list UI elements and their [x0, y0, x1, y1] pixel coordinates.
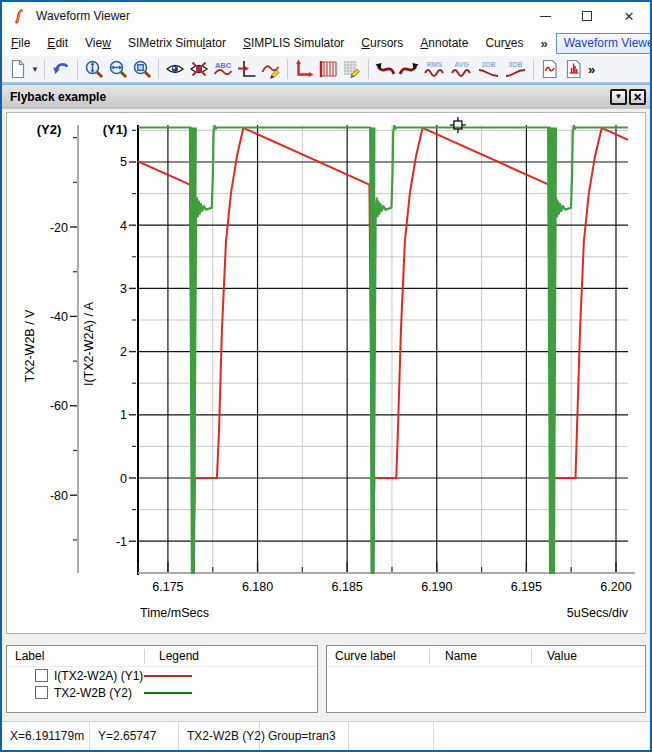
undo-icon: [51, 59, 71, 79]
status-group: Group=tran3: [260, 722, 349, 750]
app-window: Waveform Viewer ✕ File Edit View SIMetri…: [0, 0, 652, 752]
new-document-button[interactable]: [6, 57, 30, 81]
avg-sine-icon: [451, 68, 473, 78]
svg-text:(Y2): (Y2): [37, 122, 62, 137]
curve-label[interactable]: I(TX2-W2A) (Y1): [54, 669, 143, 683]
3db-down-label: 3DB: [481, 61, 495, 68]
legend-col-legend: Legend: [151, 649, 199, 663]
menu-annotate[interactable]: Annotate: [420, 36, 468, 50]
add-grid-icon: [318, 59, 338, 79]
eye-icon: [165, 59, 185, 79]
move-curve-axis-button[interactable]: [235, 57, 259, 81]
svg-text:3: 3: [120, 282, 127, 296]
svg-text:6.175: 6.175: [152, 580, 183, 594]
new-waveform-window-button[interactable]: [538, 57, 562, 81]
column-divider[interactable]: [144, 649, 145, 664]
svg-text:-80: -80: [50, 489, 68, 503]
previous-curve-button[interactable]: [373, 57, 397, 81]
fft-window-button[interactable]: [562, 57, 586, 81]
curve-values-panel: Curve label Name Value: [326, 645, 646, 713]
zoom-y-icon: [84, 59, 104, 79]
toolbar-overflow-chevron[interactable]: »: [588, 62, 595, 77]
tab-close-button[interactable]: ✕: [629, 89, 646, 105]
next-curve-button[interactable]: [397, 57, 421, 81]
menu-overflow-chevron[interactable]: »: [540, 36, 547, 51]
svg-text:-40: -40: [50, 310, 68, 324]
combobox-value: Waveform Viewer: [557, 36, 652, 50]
svg-text:6.190: 6.190: [421, 580, 452, 594]
zoom-x-button[interactable]: [106, 57, 130, 81]
add-grid-button[interactable]: [316, 57, 340, 81]
zoom-y-button[interactable]: [82, 57, 106, 81]
curve-checkbox[interactable]: [35, 669, 48, 682]
svg-text:6.185: 6.185: [332, 580, 363, 594]
close-button[interactable]: ✕: [608, 2, 650, 30]
toolbar-separator: [158, 59, 159, 79]
svg-text:5uSecs/div: 5uSecs/div: [567, 606, 629, 620]
svg-text:1: 1: [120, 408, 127, 422]
window-selector-combobox[interactable]: Waveform Viewer ▼: [556, 33, 652, 54]
new-document-dropdown-icon[interactable]: ▾: [30, 64, 40, 74]
zoom-box-icon: [132, 59, 152, 79]
status-curve-name: TX2-W2B (Y2): [179, 722, 260, 750]
menu-view[interactable]: View: [85, 36, 111, 50]
waveform-chart[interactable]: -20-40-60-80543210-16.1756.1806.1856.190…: [7, 113, 645, 633]
waveform-plot-panel[interactable]: -20-40-60-80543210-16.1756.1806.1856.190…: [6, 112, 646, 634]
svg-text:TX2-W2B / V: TX2-W2B / V: [23, 309, 37, 383]
curve-label[interactable]: TX2-W2B (Y2): [54, 686, 132, 700]
menu-simplis-simulator[interactable]: SIMPLIS Simulator: [243, 36, 344, 50]
menu-bar: File Edit View SIMetrix Simulator SIMPLI…: [2, 30, 650, 56]
svg-text:I(TX2-W2A) / A: I(TX2-W2A) / A: [82, 301, 96, 386]
3db-lowpass-button[interactable]: 3DB: [475, 57, 502, 81]
status-y-readout: Y=2.65747: [90, 722, 179, 750]
legend-panel: Label Legend I(TX2-W2A) (Y1) TX2-W2B (Y2…: [6, 645, 318, 713]
document-sine-icon: [540, 59, 560, 79]
zoom-box-button[interactable]: [130, 57, 154, 81]
svg-text:-60: -60: [50, 399, 68, 413]
rms-button[interactable]: RMS: [421, 57, 448, 81]
previous-curve-icon: [374, 59, 396, 79]
menu-curves[interactable]: Curves: [485, 36, 523, 50]
svg-text:(Y1): (Y1): [103, 122, 128, 137]
3db-rising-icon: [505, 68, 527, 78]
status-bar: X=6.191179m Y=2.65747 TX2-W2B (Y2) Group…: [2, 721, 650, 750]
toolbar-separator: [44, 59, 45, 79]
add-axis-icon: [294, 59, 314, 79]
show-curve-button[interactable]: [163, 57, 187, 81]
minimize-button[interactable]: [524, 2, 566, 30]
undo-button[interactable]: [49, 57, 73, 81]
menu-edit[interactable]: Edit: [47, 36, 68, 50]
svg-text:-20: -20: [50, 221, 68, 235]
edit-curve-button[interactable]: [259, 57, 283, 81]
svg-text:5: 5: [120, 155, 127, 169]
chevron-down-icon: ▼: [615, 93, 623, 101]
svg-text:Time/mSecs: Time/mSecs: [140, 606, 209, 620]
menu-cursors[interactable]: Cursors: [361, 36, 403, 50]
menu-file[interactable]: File: [11, 36, 30, 50]
maximize-icon: [582, 11, 592, 21]
svg-text:0: 0: [120, 472, 127, 486]
minimize-icon: [540, 16, 551, 17]
label-curve-button[interactable]: ABC: [211, 57, 235, 81]
3db-highpass-button[interactable]: 3DB: [502, 57, 529, 81]
hide-curve-button[interactable]: [187, 57, 211, 81]
rms-sine-icon: [424, 68, 446, 78]
toolbar-separator: [533, 59, 534, 79]
close-icon: ✕: [633, 92, 642, 103]
menu-simetrix-simulator[interactable]: SIMetrix Simulator: [128, 36, 226, 50]
abc-label-icon: ABC: [213, 59, 233, 79]
add-axis-button[interactable]: [292, 57, 316, 81]
avg-button[interactable]: AVG: [448, 57, 475, 81]
maximize-button[interactable]: [566, 2, 608, 30]
curve-checkbox[interactable]: [35, 686, 48, 699]
title-bar: Waveform Viewer ✕: [2, 2, 650, 30]
legend-panel-header: Label Legend: [7, 646, 317, 667]
column-divider[interactable]: [429, 649, 430, 664]
column-divider[interactable]: [531, 649, 532, 664]
tab-list-dropdown-button[interactable]: ▼: [610, 89, 627, 105]
toolbar-separator: [77, 59, 78, 79]
edit-grid-button[interactable]: [340, 57, 364, 81]
legend-row: I(TX2-W2A) (Y1): [7, 667, 317, 684]
graph-tab-bar: Flyback example ▼ ✕: [2, 84, 650, 109]
edit-curve-icon: [261, 59, 281, 79]
